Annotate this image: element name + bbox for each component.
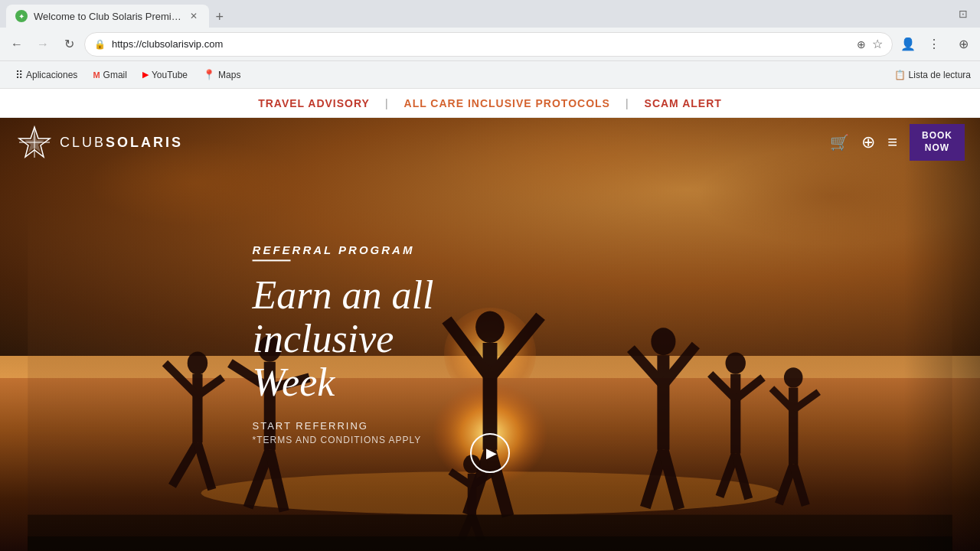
advisory-bar: TRAVEL ADVISORY | ALL CARE INCLUSIVE PRO… — [0, 89, 980, 118]
svg-rect-46 — [28, 536, 952, 551]
maps-icon: 📍 — [203, 69, 215, 80]
referral-label: REFERRAL PROGRAM — [253, 243, 434, 256]
svg-point-39 — [784, 367, 803, 387]
site-header: CLUBSOLARIS 🛒 ⊕ ≡ BOOK NOW — [0, 118, 980, 167]
terms-text: *TERMS AND CONDITIONS APPLY — [253, 435, 434, 445]
star-icon[interactable]: ☆ — [872, 37, 883, 51]
headline-line3: Week — [253, 361, 335, 405]
bookmark-youtube[interactable]: ▶ YouTube — [136, 67, 194, 83]
address-bar[interactable]: 🔒 https://clubsolarisvip.com ⊕ ☆ — [84, 32, 893, 57]
reading-list-button[interactable]: 📋 Lista de lectura — [894, 70, 971, 80]
gmail-icon: M — [93, 70, 100, 80]
maps-label: Maps — [218, 70, 240, 80]
browser-toolbar: ← → ↻ 🔒 https://clubsolarisvip.com ⊕ ☆ 👤… — [0, 28, 980, 61]
headline-line2: inclusive — [253, 318, 394, 361]
start-referring-text: START REFERRING — [253, 420, 434, 432]
youtube-icon: ▶ — [142, 70, 149, 80]
tab-title: Welcome to Club Solaris Premi… — [34, 11, 181, 22]
lock-icon: 🔒 — [94, 39, 106, 50]
hero-content: REFERRAL PROGRAM Earn an all inclusive W… — [253, 243, 434, 445]
hero-headline: Earn an all inclusive Week — [253, 273, 434, 405]
forward-button[interactable]: → — [32, 34, 54, 55]
reload-button[interactable]: ↻ — [58, 34, 80, 55]
minimize-button[interactable]: ⊡ — [952, 3, 974, 24]
svg-point-27 — [651, 328, 675, 356]
play-button[interactable] — [470, 433, 510, 473]
bookmark-gmail[interactable]: M Gmail — [87, 67, 133, 83]
cart-icon[interactable]: 🛒 — [830, 133, 849, 152]
apps-icon: ⠿ — [15, 69, 23, 81]
bookmark-apps[interactable]: ⠿ Aplicaciones — [9, 66, 83, 84]
referral-underline — [253, 259, 291, 261]
tab-close-button[interactable]: ✕ — [188, 10, 200, 22]
new-tab-button[interactable]: + — [209, 6, 230, 28]
gmail-label: Gmail — [103, 70, 127, 80]
account-icon[interactable]: ⊕ — [861, 132, 875, 152]
browser-chrome: ✦ Welcome to Club Solaris Premi… ✕ + ⊡ ←… — [0, 0, 980, 89]
book-now-button[interactable]: BOOK NOW — [910, 124, 965, 160]
profile-icon[interactable]: 👤 — [897, 34, 919, 55]
website-content: TRAVEL ADVISORY | ALL CARE INCLUSIVE PRO… — [0, 89, 980, 551]
tab-favicon: ✦ — [15, 10, 28, 22]
browser-menu-icon[interactable]: ⊕ — [952, 34, 974, 55]
youtube-label: YouTube — [152, 70, 188, 80]
hero-section: CLUBSOLARIS 🛒 ⊕ ≡ BOOK NOW REFERRAL PROG… — [0, 118, 980, 551]
scam-alert-link[interactable]: SCAM ALERT — [645, 97, 722, 109]
travel-advisory-link[interactable]: TRAVEL ADVISORY — [258, 97, 370, 109]
svg-point-15 — [475, 311, 505, 344]
silhouettes-svg — [0, 204, 980, 551]
bookmark-maps[interactable]: 📍 Maps — [197, 66, 247, 83]
headline-line1: Earn an all — [253, 273, 434, 317]
header-right: 🛒 ⊕ ≡ BOOK NOW — [830, 124, 965, 160]
reading-list-label: Lista de lectura — [909, 70, 971, 80]
bookmarks-bar: ⠿ Aplicaciones M Gmail ▶ YouTube 📍 Maps … — [0, 61, 980, 89]
svg-point-33 — [726, 353, 746, 374]
logo-icon — [15, 123, 54, 161]
advisory-divider-2: | — [626, 97, 629, 109]
logo[interactable]: CLUBSOLARIS — [15, 123, 183, 161]
dark-overlay-right — [903, 118, 980, 551]
book-now-label: BOOK NOW — [922, 130, 952, 154]
menu-hamburger-icon[interactable]: ≡ — [887, 132, 897, 152]
browser-titlebar: ✦ Welcome to Club Solaris Premi… ✕ + ⊡ — [0, 0, 980, 28]
active-tab[interactable]: ✦ Welcome to Club Solaris Premi… ✕ — [6, 5, 209, 28]
more-options-icon[interactable]: ⋮ — [923, 34, 945, 55]
reading-list-icon: 📋 — [894, 70, 906, 80]
url-display: https://clubsolarisvip.com — [112, 38, 851, 50]
logo-text: CLUBSOLARIS — [60, 135, 183, 151]
advisory-divider-1: | — [385, 97, 389, 109]
svg-point-3 — [188, 352, 207, 375]
back-button[interactable]: ← — [6, 34, 28, 55]
all-care-link[interactable]: ALL CARE INCLUSIVE PROTOCOLS — [404, 97, 610, 109]
apps-label: Aplicaciones — [26, 70, 77, 80]
lens-icon[interactable]: ⊕ — [857, 38, 866, 51]
